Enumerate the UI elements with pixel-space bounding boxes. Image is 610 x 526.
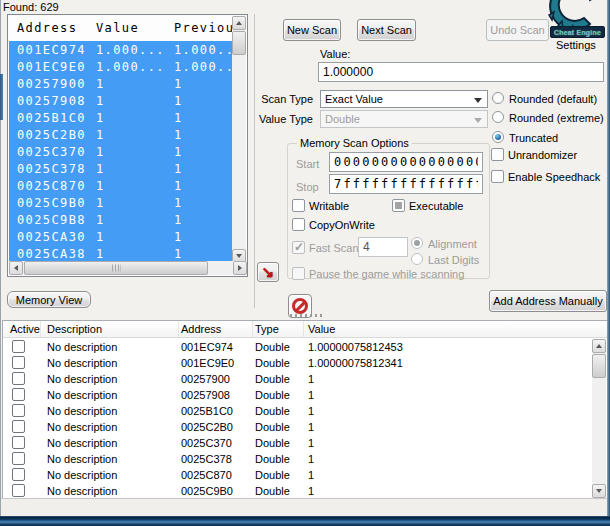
fast-scan-label: Fast Scan (309, 242, 359, 254)
address-table-row[interactable]: No description0025B1C0Double1 (3, 403, 593, 419)
found-col-address[interactable]: Address (8, 21, 96, 35)
found-row[interactable]: 0025CA3811 (9, 245, 232, 262)
active-checkbox[interactable] (12, 420, 25, 433)
active-checkbox[interactable] (12, 484, 25, 497)
found-col-value[interactable]: Value (96, 21, 174, 35)
writable-checkbox[interactable] (292, 199, 305, 212)
found-cell: 0025C870 (9, 179, 96, 193)
next-scan-button[interactable]: Next Scan (357, 19, 416, 41)
address-table-row[interactable]: No description0025C2B0Double1 (3, 419, 593, 435)
alignment-radio (411, 237, 423, 249)
found-cell: 1 (174, 230, 232, 244)
address-table-row[interactable]: No description001EC974Double1.0000007581… (3, 339, 593, 355)
settings-link[interactable]: Settings (556, 39, 596, 51)
scroll-down-icon[interactable] (592, 484, 606, 498)
executable-checkbox[interactable] (392, 199, 405, 212)
found-cell: 1 (96, 77, 174, 91)
active-checkbox[interactable] (12, 468, 25, 481)
scan-type-dropdown[interactable]: Exact Value (320, 90, 488, 108)
active-checkbox[interactable] (12, 404, 25, 417)
copyonwrite-checkbox[interactable] (292, 218, 305, 231)
vscroll-thumb[interactable] (232, 31, 246, 55)
no-entry-icon (292, 298, 308, 314)
active-checkbox[interactable] (12, 356, 25, 369)
table-cell: 001EC974 (179, 341, 253, 353)
table-cell: 0025C2B0 (179, 421, 253, 433)
scroll-right-icon[interactable] (233, 261, 247, 275)
value-type-value: Double (325, 113, 360, 125)
found-cell: 1 (96, 247, 174, 261)
found-row[interactable]: 0025C37011 (9, 143, 232, 160)
splitter-handle[interactable] (290, 314, 324, 317)
found-row[interactable]: 0025B1C011 (9, 109, 232, 126)
scroll-left-icon[interactable] (9, 261, 23, 275)
table-cell: 00257900 (179, 373, 253, 385)
col-type: Type (253, 321, 304, 337)
found-cell: 001EC974 (9, 43, 96, 57)
address-table-row[interactable]: No description0025C9B0Double1 (3, 483, 593, 498)
new-scan-button[interactable]: New Scan (283, 19, 341, 41)
value-input[interactable] (318, 62, 604, 82)
chevron-down-icon (474, 118, 482, 123)
address-table-row[interactable]: No description0025C378Double1 (3, 451, 593, 467)
add-address-manually-button[interactable]: Add Address Manually (489, 290, 607, 312)
found-list-hscrollbar[interactable] (9, 261, 247, 275)
unrandomizer-checkbox[interactable] (491, 148, 504, 161)
found-count-label: Found: 629 (3, 1, 59, 13)
found-row[interactable]: 0025C2B011 (9, 126, 232, 143)
table-cell: Double (253, 389, 304, 401)
active-checkbox[interactable] (12, 452, 25, 465)
address-table-row[interactable]: No description0025C370Double1 (3, 435, 593, 451)
found-row[interactable]: 001EC9E01.000...1.000... (9, 58, 232, 75)
found-list-vscrollbar[interactable] (232, 16, 246, 263)
scroll-up-icon[interactable] (232, 16, 246, 30)
attach-pointer-button[interactable]: ↘ (257, 262, 279, 282)
found-row[interactable]: 0025CA3011 (9, 228, 232, 245)
found-row[interactable]: 001EC9741.000...1.000... (9, 41, 232, 58)
active-checkbox[interactable] (12, 340, 25, 353)
truncated-radio[interactable] (492, 131, 504, 143)
found-list-rows: 001EC9741.000...1.000...001EC9E01.000...… (9, 41, 232, 262)
stop-address-input[interactable] (329, 174, 483, 194)
found-cell: 1 (96, 179, 174, 193)
table-cell: 1 (304, 389, 593, 401)
rounded-extreme-radio[interactable] (492, 111, 504, 123)
found-row[interactable]: 0025C87011 (9, 177, 232, 194)
chevron-down-icon[interactable] (474, 98, 482, 103)
address-table-row[interactable]: No description0025C870Double1 (3, 467, 593, 483)
address-table-rows: No description001EC974Double1.0000007581… (3, 339, 593, 498)
vscroll-thumb[interactable] (592, 354, 606, 378)
panel-divider (254, 14, 255, 308)
table-vscrollbar[interactable] (592, 339, 606, 498)
found-row[interactable]: 0025790811 (9, 92, 232, 109)
address-table-row[interactable]: No description00257908Double1 (3, 387, 593, 403)
hscroll-thumb[interactable] (24, 261, 208, 275)
found-cell: 0025CA38 (9, 247, 96, 261)
active-checkbox[interactable] (12, 436, 25, 449)
active-checkbox[interactable] (12, 388, 25, 401)
active-checkbox[interactable] (12, 372, 25, 385)
found-row[interactable]: 0025790011 (9, 75, 232, 92)
found-row[interactable]: 0025C9B011 (9, 194, 232, 211)
table-cell: 1 (304, 373, 593, 385)
rounded-default-label: Rounded (default) (509, 93, 597, 105)
last-digits-label: Last Digits (428, 254, 479, 266)
table-cell: No description (41, 405, 179, 417)
rounded-default-radio[interactable] (492, 92, 504, 104)
found-row[interactable]: 0025C9B811 (9, 211, 232, 228)
memory-view-button[interactable]: Memory View (7, 291, 91, 308)
start-address-input[interactable] (329, 152, 483, 172)
found-row[interactable]: 0025C37811 (9, 160, 232, 177)
truncated-label: Truncated (509, 132, 558, 144)
table-cell: 0025C370 (179, 437, 253, 449)
address-table-row[interactable]: No description001EC9E0Double1.0000007581… (3, 355, 593, 371)
table-cell: 1 (304, 485, 593, 497)
address-table-row[interactable]: No description00257900Double1 (3, 371, 593, 387)
scroll-up-icon[interactable] (592, 339, 606, 353)
found-cell: 1 (174, 128, 232, 142)
start-label: Start (296, 158, 319, 170)
enable-speedhack-checkbox[interactable] (491, 170, 504, 183)
found-cell: 1.000... (96, 60, 174, 74)
found-cell: 0025C370 (9, 145, 96, 159)
table-cell: Double (253, 469, 304, 481)
